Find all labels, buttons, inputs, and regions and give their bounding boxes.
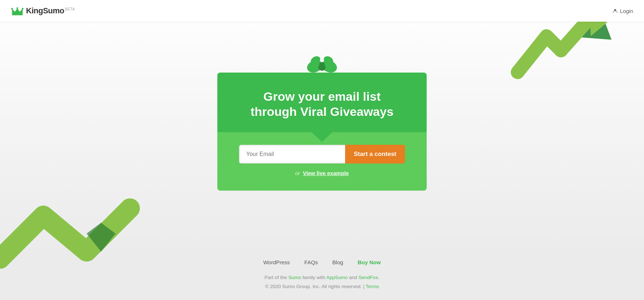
hero-section: Grow your email list through Viral Givea… <box>0 22 644 248</box>
site-header: KingSumoBETA Login <box>0 0 644 22</box>
sumo-link[interactable]: Sumo <box>288 275 301 280</box>
login-button[interactable]: Login <box>613 8 633 14</box>
site-footer: WordPress FAQs Blog Buy Now Part of the … <box>0 248 644 300</box>
footer-nav: WordPress FAQs Blog Buy Now <box>7 259 637 265</box>
footer-link-blog[interactable]: Blog <box>332 259 343 265</box>
email-input[interactable] <box>239 145 345 164</box>
user-icon <box>613 8 618 13</box>
view-example-link[interactable]: View live example <box>303 170 349 176</box>
or-separator: or View live example <box>295 170 349 176</box>
appsumo-link[interactable]: AppSumo <box>326 275 348 280</box>
main-content: Grow your email list through Viral Givea… <box>0 0 644 300</box>
hero-title: Grow your email list through Viral Givea… <box>232 89 412 119</box>
svg-point-1 <box>17 7 18 9</box>
svg-point-13 <box>319 62 325 67</box>
kingsumo-logo-icon <box>11 6 24 16</box>
gift-form-box: Start a contest or View live example <box>217 132 427 191</box>
logo-area: KingSumoBETA <box>11 6 75 16</box>
gift-card: Grow your email list through Viral Givea… <box>217 73 427 191</box>
footer-copy: Part of the Sumo family with AppSumo and… <box>7 273 637 291</box>
footer-link-faqs[interactable]: FAQs <box>304 259 318 265</box>
email-form-row: Start a contest <box>239 145 405 164</box>
sendfox-link[interactable]: SendFox <box>358 275 378 280</box>
footer-link-wordpress[interactable]: WordPress <box>263 259 290 265</box>
logo-text: KingSumoBETA <box>26 6 75 16</box>
gift-heading-box: Grow your email list through Viral Givea… <box>217 73 427 132</box>
footer-link-buynow[interactable]: Buy Now <box>358 259 381 265</box>
terms-link[interactable]: Terms <box>366 284 379 289</box>
svg-point-2 <box>22 8 23 10</box>
svg-point-0 <box>11 8 13 10</box>
start-contest-button[interactable]: Start a contest <box>345 145 405 164</box>
